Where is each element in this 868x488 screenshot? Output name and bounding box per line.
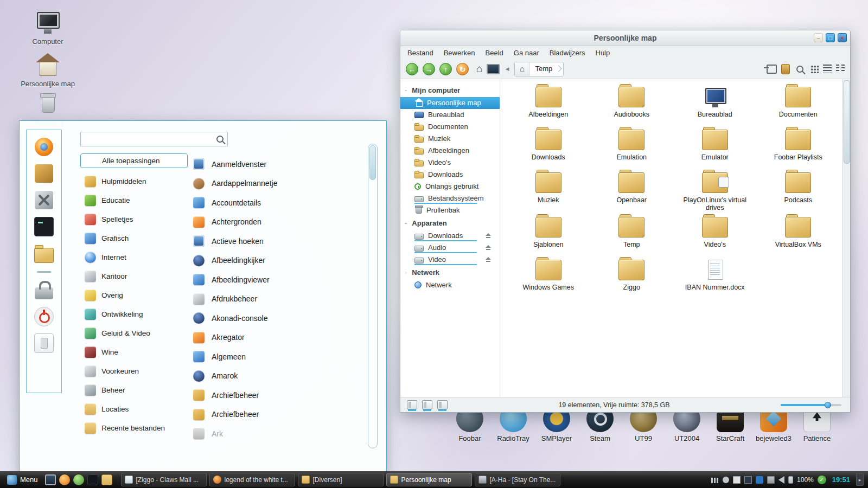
sidebar-item[interactable]: Video's — [400, 157, 500, 169]
zoom-slider[interactable] — [781, 404, 841, 406]
task-button[interactable]: [A-Ha - [Stay On The... — [475, 473, 560, 486]
file-item[interactable]: Ziggo — [591, 259, 673, 299]
split-view-icon[interactable] — [437, 400, 448, 409]
category-item[interactable]: Kantoor — [80, 267, 188, 286]
quick-launch-icon[interactable] — [101, 474, 112, 485]
application-item[interactable]: Akregator — [193, 328, 382, 348]
back-button[interactable]: ← — [406, 63, 418, 75]
category-item[interactable]: Overig — [80, 286, 188, 305]
sidebar-item[interactable]: Netwerk — [400, 279, 500, 291]
application-item[interactable]: Afbeeldingviewer — [193, 270, 382, 290]
search-icon[interactable] — [796, 66, 803, 73]
eject-icon[interactable] — [486, 233, 491, 238]
file-item[interactable]: Foobar Playlists — [758, 129, 839, 169]
sidebar-item[interactable]: Audio — [400, 242, 500, 254]
category-item[interactable]: Educatie — [80, 191, 188, 210]
application-item[interactable]: Archiefbeheer — [193, 405, 382, 425]
sidebar-item[interactable]: Persoonlijke map — [400, 97, 500, 109]
updates-icon[interactable]: ✓ — [818, 476, 826, 484]
task-button[interactable]: [Ziggo - Claws Mail ... — [121, 473, 207, 486]
user-icon[interactable] — [723, 477, 729, 483]
volume-icon[interactable] — [778, 476, 784, 484]
favorite-app-button[interactable] — [34, 333, 54, 354]
sidebar-item[interactable]: Downloads — [400, 230, 500, 242]
eject-icon[interactable] — [486, 245, 491, 250]
new-tab-icon[interactable] — [767, 65, 777, 74]
monitor-icon[interactable] — [767, 476, 775, 484]
favorite-app-button[interactable] — [34, 306, 54, 327]
file-item[interactable]: IBAN Nummer.docx — [674, 259, 756, 299]
quick-launch-icon[interactable] — [87, 474, 98, 485]
clipboard-icon[interactable] — [733, 476, 741, 484]
sidebar-item[interactable]: Downloads — [400, 169, 500, 181]
file-item[interactable]: VirtualBox VMs — [758, 216, 839, 256]
file-item[interactable]: Downloads — [508, 129, 589, 169]
category-item[interactable]: Internet — [80, 248, 188, 267]
up-button[interactable]: ↑ — [439, 63, 452, 75]
reload-button[interactable]: ↻ — [456, 63, 469, 75]
file-item[interactable]: Sjablonen — [508, 216, 589, 256]
places-toggle-icon[interactable] — [407, 400, 417, 409]
display-icon[interactable] — [744, 476, 752, 484]
application-item[interactable]: Akonadi-console — [193, 309, 382, 328]
menu-item[interactable]: Ga naar — [514, 49, 539, 57]
favorite-app-button[interactable] — [34, 243, 54, 264]
application-item[interactable]: Achtergronden — [193, 213, 382, 232]
favorite-app-button[interactable] — [34, 280, 54, 300]
breadcrumb-root-button[interactable]: ⌂ — [515, 62, 529, 76]
task-button[interactable]: [Diversen] — [298, 473, 384, 486]
category-item[interactable]: Locaties — [80, 400, 188, 419]
sidebar-item[interactable]: Video — [400, 254, 500, 266]
category-item[interactable]: Ontwikkeling — [80, 305, 188, 324]
collapse-toggle[interactable]: - — [405, 86, 407, 94]
home-button[interactable]: ⌂ — [476, 63, 482, 75]
file-item[interactable]: Documenten — [758, 86, 839, 126]
category-item[interactable]: Voorkeuren — [80, 362, 188, 381]
favorite-app-button[interactable] — [34, 190, 54, 210]
category-item[interactable]: Hulpmiddelen — [80, 172, 188, 191]
file-item[interactable]: Emulation — [591, 129, 673, 169]
file-item[interactable]: Afbeeldingen — [508, 86, 589, 126]
zoom-slider-knob[interactable] — [825, 402, 831, 408]
category-item[interactable]: Geluid & Video — [80, 324, 188, 343]
category-item[interactable]: Wine — [80, 343, 188, 362]
sidebar-item[interactable]: Bureaublad — [400, 109, 500, 121]
tree-toggle-icon[interactable] — [422, 400, 432, 409]
task-button[interactable]: Persoonlijke map — [386, 473, 472, 486]
application-item[interactable]: Archiefbeheer — [193, 386, 382, 405]
file-item[interactable]: Openbaar — [591, 171, 673, 213]
menu-item[interactable]: Bladwijzers — [550, 49, 585, 57]
forward-button[interactable]: → — [423, 63, 435, 75]
icon-view-button[interactable] — [810, 65, 819, 73]
list-view-button[interactable] — [823, 65, 832, 73]
task-button[interactable]: legend of the white t... — [209, 473, 295, 486]
titlebar[interactable]: Persoonlijke map – □ × — [400, 30, 850, 46]
quick-launch-icon[interactable] — [73, 474, 84, 485]
favorite-app-button[interactable] — [34, 216, 54, 237]
collapse-toggle[interactable]: - — [405, 268, 407, 277]
minimize-button[interactable]: – — [814, 33, 823, 42]
sidebar-item[interactable]: Onlangs gebruikt — [400, 181, 500, 192]
file-item[interactable]: Bureaublad — [674, 86, 756, 126]
desktop-icon[interactable]: Persoonlijke map — [22, 54, 74, 88]
file-item[interactable]: Audiobooks — [591, 86, 673, 126]
close-button[interactable]: × — [838, 33, 847, 42]
compact-view-button[interactable] — [836, 65, 845, 73]
application-item[interactable]: Aanmeldvenster — [193, 155, 382, 174]
scrollbar-thumb[interactable] — [844, 80, 850, 164]
search-input[interactable] — [85, 134, 216, 144]
desktop-icon[interactable]: Computer — [22, 12, 74, 46]
category-item[interactable]: Alle toepassingen — [80, 153, 188, 168]
sidebar-item[interactable]: Muziek — [400, 133, 500, 145]
scrollbar-thumb[interactable] — [369, 145, 376, 180]
scrollbar[interactable] — [842, 79, 850, 397]
sidebar-item[interactable]: Afbeeldingen — [400, 145, 500, 157]
application-item[interactable]: Algemeen — [193, 347, 382, 367]
favorite-app-button[interactable] — [34, 269, 54, 274]
eject-icon[interactable] — [486, 257, 491, 262]
menu-item[interactable]: Beeld — [486, 49, 503, 57]
category-item[interactable]: Grafisch — [80, 229, 188, 248]
file-item[interactable]: Temp — [591, 216, 673, 256]
quick-launch-icon[interactable] — [45, 474, 56, 485]
file-item[interactable]: Muziek — [508, 171, 589, 213]
